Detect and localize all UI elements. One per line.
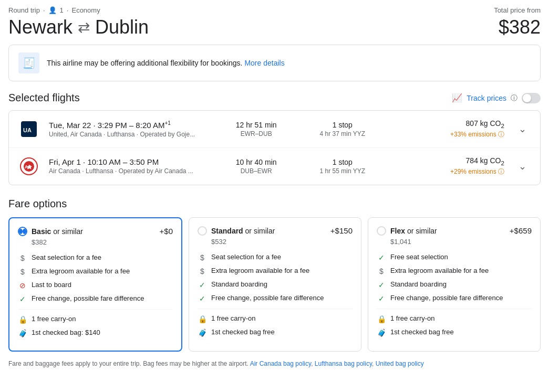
fare-card-standard[interactable]: Standard or similar +$150 $532 $ Seat se… [189, 217, 361, 352]
return-duration: 10 hr 40 min DUB–EWR [211, 158, 302, 175]
fare-standard-radio[interactable] [198, 226, 207, 236]
baggage-item: 🔒 1 free carry-on [18, 315, 173, 324]
baggage-item: 🔒 1 free carry-on [198, 314, 353, 324]
check-icon: ✓ [18, 294, 27, 304]
fare-options-title: Fare options [8, 198, 541, 210]
passengers-label: 1 [60, 6, 64, 14]
fare-card-basic[interactable]: Basic or similar +$0 $382 $ Seat selecti… [8, 217, 182, 352]
checked-bag-icon: 🧳 [198, 328, 207, 337]
return-emissions: 784 kg CO2 +29% emissions ⓘ [383, 156, 504, 176]
track-prices-toggle[interactable] [522, 93, 541, 103]
feature-item: ⊘ Last to board [18, 281, 173, 290]
feature-text: Free change, possible fare difference [211, 294, 324, 302]
destination-city: Dublin [95, 16, 149, 38]
outbound-airlines: United, Air Canada · Lufthansa · Operate… [49, 131, 200, 138]
feature-item: $ Extra legroom available for a fee [377, 267, 532, 276]
svg-text:AC: AC [25, 164, 31, 169]
notice-main-text: This airline may be offering additional … [47, 59, 243, 67]
flight-row: UA Tue, Mar 22 · 3:29 PM – 8:20 AM+1 Uni… [9, 111, 540, 148]
baggage-item: 🔒 1 free carry-on [377, 314, 532, 324]
notice-icon: 🧾 [18, 52, 39, 73]
dollar-icon: $ [377, 267, 386, 276]
feature-text: Free seat selection [390, 253, 448, 261]
track-prices-info-icon[interactable]: ⓘ [511, 93, 517, 103]
selected-flights-title: Selected flights [8, 92, 80, 104]
more-details-link[interactable]: More details [244, 59, 284, 67]
feature-item: ✓ Standard boarding [377, 280, 532, 290]
cabin-label: Economy [71, 6, 100, 14]
baggage-item: 🧳 1st checked bag free [377, 328, 532, 337]
lufthansa-bag-policy-link[interactable]: Lufthansa bag policy [315, 360, 372, 367]
origin-city: Newark [8, 16, 72, 38]
notice-banner: 🧾 This airline may be offering additiona… [8, 45, 541, 81]
united-bag-policy-link[interactable]: United bag policy [376, 360, 424, 367]
total-label: Total price from [494, 6, 541, 14]
page-header: Round trip · 👤 1 · Economy Newark ⇄ Dubl… [8, 6, 541, 45]
return-expand-button[interactable]: ⌄ [515, 159, 530, 174]
feature-text: Extra legroom available for a fee [390, 267, 489, 274]
no-board-icon: ⊘ [18, 281, 27, 290]
fare-basic-radio[interactable] [18, 227, 27, 236]
baggage-text: 1st checked bag: $140 [32, 329, 100, 336]
track-prices-container[interactable]: 📈 Track prices ⓘ [452, 93, 541, 103]
fare-flex-radio[interactable] [377, 226, 386, 236]
fare-basic-header: Basic or similar +$0 [18, 227, 173, 236]
baggage-text: 1 free carry-on [32, 315, 76, 323]
outbound-emissions: 807 kg CO2 +33% emissions ⓘ [383, 119, 504, 139]
check-icon: ✓ [377, 253, 386, 262]
flight-outbound-times: Tue, Mar 22 · 3:29 PM – 8:20 AM+1 United… [49, 120, 200, 138]
header-left: Round trip · 👤 1 · Economy Newark ⇄ Dubl… [8, 6, 149, 38]
person-icon: 👤 [48, 6, 57, 14]
track-prices-label[interactable]: Track prices [467, 94, 506, 102]
baggage-item: 🧳 1st checked bag: $140 [18, 329, 173, 338]
fare-flex-header: Flex or similar +$659 [377, 226, 532, 236]
route-title: Newark ⇄ Dublin [8, 16, 149, 38]
outbound-time: 3:29 PM – 8:20 AM+1 [98, 121, 171, 130]
aircanada-bag-policy-link[interactable]: Air Canada bag policy [250, 360, 312, 367]
fare-standard-baggage: 🔒 1 free carry-on 🧳 1st checked bag free [198, 314, 353, 337]
outbound-duration: 12 hr 51 min EWR–DUB [211, 121, 302, 137]
flight-return-times: Fri, Apr 1 · 10:10 AM – 3:50 PM Air Cana… [49, 157, 200, 175]
fare-basic-baggage: 🔒 1 free carry-on 🧳 1st checked bag: $14… [18, 315, 173, 338]
footer-note: Fare and baggage fees apply to your enti… [8, 360, 541, 367]
svg-text:UA: UA [23, 127, 32, 133]
footer-note-text: Fare and baggage fees apply to your enti… [8, 360, 248, 367]
track-prices-icon: 📈 [452, 93, 462, 103]
fare-divider [198, 309, 353, 309]
trip-meta: Round trip · 👤 1 · Economy [8, 6, 149, 14]
fare-standard-header: Standard or similar +$150 [198, 226, 353, 236]
outbound-expand-button[interactable]: ⌄ [515, 122, 530, 136]
fare-basic-base-price: $382 [32, 238, 173, 246]
feature-text: Seat selection for a fee [211, 253, 281, 261]
feature-item: $ Seat selection for a fee [198, 253, 353, 262]
dollar-icon: $ [18, 253, 27, 263]
outbound-datetime: Tue, Mar 22 · 3:29 PM – 8:20 AM+1 [49, 120, 200, 130]
baggage-text: 1 free carry-on [211, 314, 256, 322]
baggage-text: 1st checked bag free [390, 328, 454, 336]
feature-text: Seat selection for a fee [32, 253, 101, 261]
check-icon: ✓ [198, 294, 207, 303]
airline-logo-united: UA [19, 120, 38, 139]
feature-item: $ Extra legroom available for a fee [18, 267, 173, 277]
feature-item: ✓ Free change, possible fare difference [18, 294, 173, 304]
baggage-text: 1st checked bag free [211, 328, 275, 336]
return-stops: 1 stop 1 hr 55 min YYZ [312, 158, 372, 175]
fare-standard-name: Standard or similar [211, 227, 275, 235]
fare-basic-features: $ Seat selection for a fee $ Extra legro… [18, 253, 173, 304]
fare-divider [377, 309, 532, 309]
return-datetime: Fri, Apr 1 · 10:10 AM – 3:50 PM [49, 157, 200, 166]
check-icon: ✓ [377, 294, 386, 303]
fare-card-flex[interactable]: Flex or similar +$659 $1,041 ✓ Free seat… [368, 217, 541, 352]
return-date: Fri, Apr 1 [49, 157, 81, 166]
fare-standard-base-price: $532 [211, 238, 353, 246]
feature-text: Standard boarding [211, 280, 267, 288]
flight-row: AC Fri, Apr 1 · 10:10 AM – 3:50 PM Air C… [9, 148, 540, 185]
dollar-icon: $ [198, 267, 207, 276]
fare-basic-name: Basic or similar [32, 227, 83, 236]
flights-container: UA Tue, Mar 22 · 3:29 PM – 8:20 AM+1 Uni… [8, 110, 541, 185]
checked-bag-icon: 🧳 [377, 328, 386, 337]
feature-text: Standard boarding [390, 280, 447, 288]
feature-text: Extra legroom available for a fee [32, 267, 130, 275]
dollar-icon: $ [18, 267, 27, 277]
fare-flex-baggage: 🔒 1 free carry-on 🧳 1st checked bag free [377, 314, 532, 337]
